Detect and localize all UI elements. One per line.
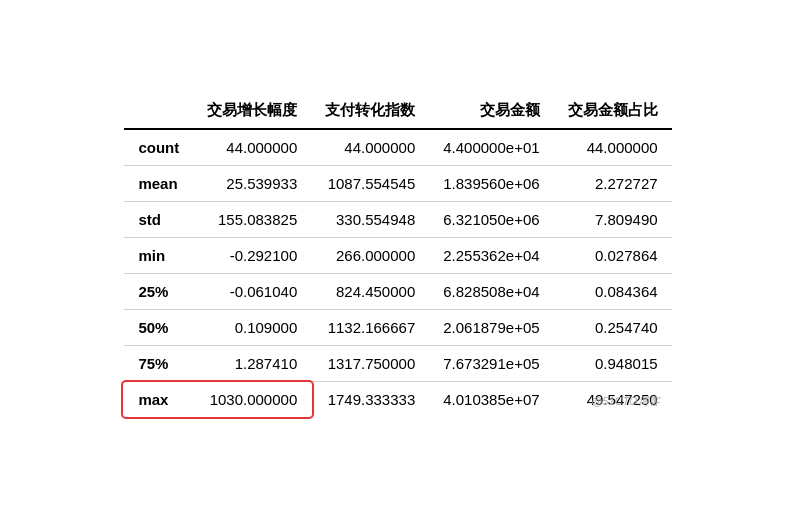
- col-header-4: 交易金额占比: [554, 93, 672, 129]
- row-label: 50%: [124, 310, 193, 346]
- row-label: mean: [124, 166, 193, 202]
- row-cell: 6.321050e+06: [429, 202, 553, 238]
- row-label: std: [124, 202, 193, 238]
- row-cell: -0.292100: [193, 238, 311, 274]
- row-cell: 2.272727: [554, 166, 672, 202]
- row-cell: 1132.166667: [311, 310, 429, 346]
- table-row: count44.00000044.0000004.400000e+0144.00…: [124, 129, 671, 166]
- table-row: mean25.5399331087.5545451.839560e+062.27…: [124, 166, 671, 202]
- row-cell: 330.554948: [311, 202, 429, 238]
- row-cell: 0.109000: [193, 310, 311, 346]
- row-cell: 4.010385e+07: [429, 382, 553, 418]
- row-cell: 155.083825: [193, 202, 311, 238]
- table-row: 50%0.1090001132.1666672.061879e+050.2547…: [124, 310, 671, 346]
- row-cell: 266.000000: [311, 238, 429, 274]
- row-label: min: [124, 238, 193, 274]
- row-cell: 1087.554545: [311, 166, 429, 202]
- row-label: count: [124, 129, 193, 166]
- row-cell: 6.828508e+04: [429, 274, 553, 310]
- col-header-label: [124, 93, 193, 129]
- col-header-1: 交易增长幅度: [193, 93, 311, 129]
- row-label: 75%: [124, 346, 193, 382]
- row-cell: 44.000000: [311, 129, 429, 166]
- row-cell: 44.000000: [193, 129, 311, 166]
- row-cell: -0.061040: [193, 274, 311, 310]
- row-cell: 1030.000000: [193, 382, 311, 418]
- table-row: max1030.0000001749.3333334.010385e+0749.…: [124, 382, 671, 418]
- row-cell: 0.254740: [554, 310, 672, 346]
- col-header-2: 支付转化指数: [311, 93, 429, 129]
- row-cell: 1.287410: [193, 346, 311, 382]
- row-cell: 824.450000: [311, 274, 429, 310]
- row-label: max: [124, 382, 193, 418]
- row-cell: 0.084364: [554, 274, 672, 310]
- row-cell: 7.809490: [554, 202, 672, 238]
- watermark-text: @51CTO博客: [591, 394, 659, 409]
- row-cell: 1749.333333: [311, 382, 429, 418]
- row-cell: 44.000000: [554, 129, 672, 166]
- header-row: 交易增长幅度 支付转化指数 交易金额 交易金额占比: [124, 93, 671, 129]
- row-cell: 7.673291e+05: [429, 346, 553, 382]
- table-row: 75%1.2874101317.7500007.673291e+050.9480…: [124, 346, 671, 382]
- statistics-table: 交易增长幅度 支付转化指数 交易金额 交易金额占比 count44.000000…: [124, 93, 671, 417]
- row-cell: 25.539933: [193, 166, 311, 202]
- row-cell: 1317.750000: [311, 346, 429, 382]
- table-row: 25%-0.061040824.4500006.828508e+040.0843…: [124, 274, 671, 310]
- col-header-3: 交易金额: [429, 93, 553, 129]
- row-cell: 0.948015: [554, 346, 672, 382]
- row-label: 25%: [124, 274, 193, 310]
- row-cell: 4.400000e+01: [429, 129, 553, 166]
- row-cell: 2.255362e+04: [429, 238, 553, 274]
- table-row: min-0.292100266.0000002.255362e+040.0278…: [124, 238, 671, 274]
- table-row: std155.083825330.5549486.321050e+067.809…: [124, 202, 671, 238]
- row-cell: 0.027864: [554, 238, 672, 274]
- row-cell: 2.061879e+05: [429, 310, 553, 346]
- row-cell: 1.839560e+06: [429, 166, 553, 202]
- table-container: 交易增长幅度 支付转化指数 交易金额 交易金额占比 count44.000000…: [124, 93, 671, 417]
